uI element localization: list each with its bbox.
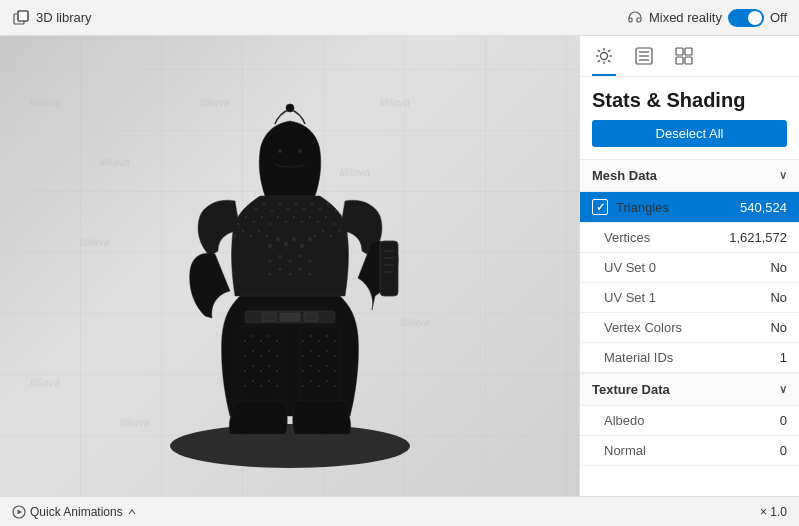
svg-line-117 bbox=[598, 50, 600, 52]
svg-point-17 bbox=[288, 260, 291, 263]
uv-set0-row[interactable]: UV Set 0 No bbox=[580, 253, 799, 283]
3d-library-button[interactable]: 3D library bbox=[12, 9, 92, 27]
svg-point-108 bbox=[334, 385, 336, 387]
svg-point-44 bbox=[343, 203, 345, 205]
svg-point-47 bbox=[253, 221, 255, 223]
uv-set1-label: UV Set 1 bbox=[604, 290, 770, 305]
svg-point-59 bbox=[234, 235, 236, 237]
svg-point-102 bbox=[268, 380, 270, 382]
svg-point-111 bbox=[286, 104, 294, 112]
texture-data-section-header[interactable]: Texture Data ∨ bbox=[580, 373, 799, 406]
svg-point-51 bbox=[285, 221, 287, 223]
svg-point-19 bbox=[308, 260, 311, 263]
mesh-data-section-header[interactable]: Mesh Data ∨ bbox=[580, 159, 799, 192]
svg-point-18 bbox=[298, 255, 301, 258]
3d-model bbox=[140, 56, 440, 476]
panel-toolbar bbox=[580, 36, 799, 77]
svg-point-15 bbox=[268, 260, 271, 263]
svg-point-69 bbox=[244, 340, 246, 342]
svg-point-36 bbox=[279, 203, 281, 205]
triangles-row[interactable]: Triangles 540,524 bbox=[580, 192, 799, 223]
svg-point-35 bbox=[271, 210, 273, 212]
svg-point-14 bbox=[308, 237, 312, 241]
mesh-data-label: Mesh Data bbox=[592, 168, 657, 183]
normal-label: Normal bbox=[604, 443, 780, 458]
play-icon bbox=[12, 505, 26, 519]
svg-point-85 bbox=[310, 350, 312, 352]
svg-rect-26 bbox=[262, 313, 276, 321]
svg-point-50 bbox=[277, 216, 279, 218]
svg-rect-28 bbox=[304, 313, 318, 321]
uv-set1-row[interactable]: UV Set 1 No bbox=[580, 283, 799, 313]
material-ids-row[interactable]: Material IDs 1 bbox=[580, 343, 799, 373]
svg-point-12 bbox=[292, 237, 296, 241]
svg-point-58 bbox=[341, 216, 343, 218]
mixed-reality-toggle[interactable] bbox=[728, 9, 764, 27]
deselect-all-button[interactable]: Deselect All bbox=[592, 120, 787, 147]
svg-point-82 bbox=[268, 350, 270, 352]
right-panel: Stats & Shading Deselect All Mesh Data ∨… bbox=[579, 36, 799, 496]
svg-point-3 bbox=[170, 424, 410, 468]
svg-point-83 bbox=[276, 355, 278, 357]
svg-rect-126 bbox=[685, 48, 692, 55]
svg-point-38 bbox=[295, 203, 297, 205]
uv-set0-value: No bbox=[770, 260, 787, 275]
svg-point-104 bbox=[302, 385, 304, 387]
svg-point-37 bbox=[287, 208, 289, 210]
mixed-reality-label: Mixed reality bbox=[649, 10, 722, 25]
svg-point-46 bbox=[245, 216, 247, 218]
svg-point-62 bbox=[258, 230, 260, 232]
albedo-label: Albedo bbox=[604, 413, 780, 428]
svg-point-70 bbox=[252, 335, 254, 337]
svg-point-22 bbox=[288, 273, 291, 276]
texture-data-label: Texture Data bbox=[592, 382, 670, 397]
svg-rect-29 bbox=[240, 326, 280, 406]
svg-point-11 bbox=[284, 242, 288, 246]
svg-point-33 bbox=[255, 208, 257, 210]
svg-point-31 bbox=[239, 210, 241, 212]
quick-animations-section[interactable]: Quick Animations bbox=[12, 505, 137, 519]
albedo-row[interactable]: Albedo 0 bbox=[580, 406, 799, 436]
svg-point-91 bbox=[260, 370, 262, 372]
svg-point-60 bbox=[242, 230, 244, 232]
svg-point-13 bbox=[300, 244, 304, 248]
svg-rect-125 bbox=[676, 48, 683, 55]
svg-point-84 bbox=[302, 355, 304, 357]
svg-point-92 bbox=[268, 365, 270, 367]
texture-data-chevron: ∨ bbox=[779, 383, 787, 396]
triangles-checkbox[interactable] bbox=[592, 199, 608, 215]
topbar: 3D library Mixed reality Off bbox=[0, 0, 799, 36]
svg-point-56 bbox=[325, 216, 327, 218]
grid-toolbar-icon[interactable] bbox=[672, 44, 696, 68]
svg-point-88 bbox=[334, 355, 336, 357]
vertices-row[interactable]: Vertices 1,621,572 bbox=[580, 223, 799, 253]
headset-icon bbox=[627, 10, 643, 26]
svg-point-54 bbox=[309, 216, 311, 218]
3d-viewport[interactable]: lililava lililava lililava lililava lili… bbox=[0, 36, 579, 496]
svg-point-41 bbox=[319, 208, 321, 210]
svg-point-9 bbox=[268, 244, 272, 248]
svg-point-80 bbox=[252, 350, 254, 352]
svg-point-73 bbox=[276, 340, 278, 342]
normal-row[interactable]: Normal 0 bbox=[580, 436, 799, 466]
chevron-up-icon bbox=[127, 507, 137, 517]
svg-point-76 bbox=[318, 340, 320, 342]
vertices-label: Vertices bbox=[604, 230, 729, 245]
svg-point-109 bbox=[278, 149, 282, 153]
chart-toolbar-icon[interactable] bbox=[632, 44, 656, 68]
watermark: lililava bbox=[30, 96, 60, 108]
svg-point-57 bbox=[333, 223, 335, 225]
bottombar: Quick Animations × 1.0 bbox=[0, 496, 799, 526]
svg-point-61 bbox=[250, 235, 252, 237]
svg-point-45 bbox=[237, 223, 239, 225]
vertex-colors-row[interactable]: Vertex Colors No bbox=[580, 313, 799, 343]
svg-point-43 bbox=[335, 210, 337, 212]
albedo-value: 0 bbox=[780, 413, 787, 428]
svg-point-79 bbox=[244, 355, 246, 357]
sun-toolbar-icon[interactable] bbox=[592, 44, 616, 68]
svg-point-74 bbox=[302, 340, 304, 342]
svg-point-93 bbox=[276, 370, 278, 372]
svg-rect-127 bbox=[676, 57, 683, 64]
normal-value: 0 bbox=[780, 443, 787, 458]
svg-point-86 bbox=[318, 355, 320, 357]
